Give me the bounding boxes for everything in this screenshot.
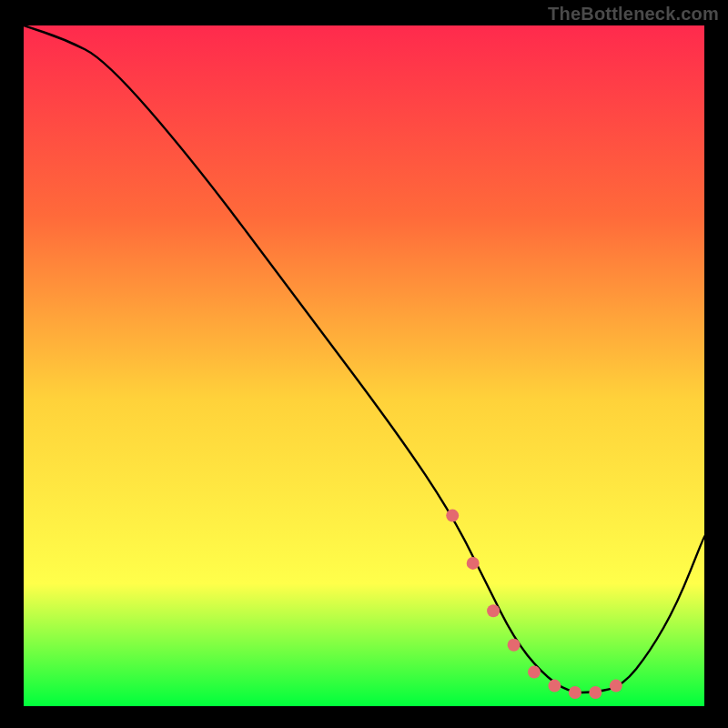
marker-point [446,510,459,522]
marker-point [528,666,541,679]
chart-plot [24,25,704,706]
marker-point [548,680,561,693]
marker-point [610,680,622,693]
marker-point [508,639,521,652]
marker-point [467,557,480,570]
gradient-background [24,25,704,706]
marker-point [487,604,500,617]
chart-frame: TheBottleneck.com [0,0,728,728]
marker-point [589,686,602,699]
attribution-text: TheBottleneck.com [548,4,719,25]
marker-point [569,686,581,699]
